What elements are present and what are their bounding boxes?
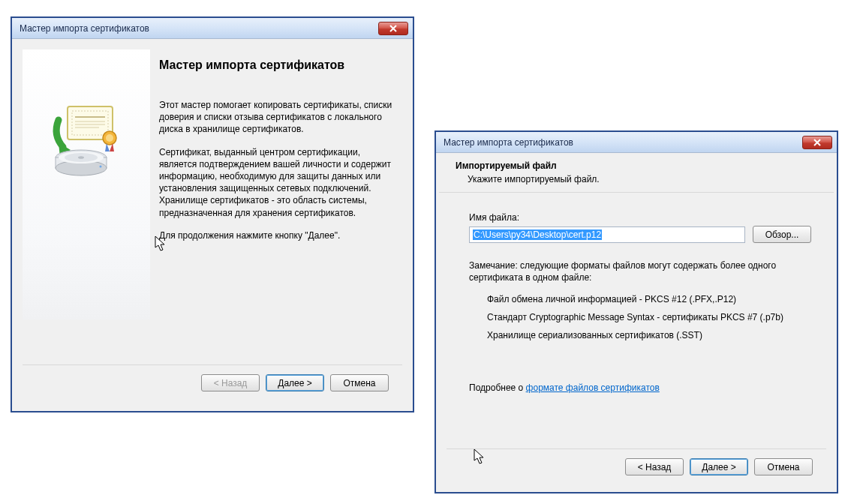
formats-link[interactable]: формате файлов сертификатов xyxy=(526,382,660,393)
certificate-import-icon xyxy=(45,102,128,177)
format-p7b: Стандарт Cryptographic Message Syntax - … xyxy=(487,312,811,322)
step-sub: Укажите импортируемый файл. xyxy=(468,174,817,184)
more-info-prefix: Подробнее о xyxy=(469,382,526,393)
titlebar[interactable]: Мастер импорта сертификатов xyxy=(12,18,413,39)
close-icon xyxy=(813,139,822,146)
browse-button[interactable]: Обзор... xyxy=(753,226,811,243)
wizard-paragraph-1: Этот мастер помогает копировать сертифик… xyxy=(159,99,395,136)
step-heading: Импортируемый файл xyxy=(456,160,817,171)
dialog-body: Импортируемый файл Укажите импортируемый… xyxy=(436,153,837,492)
wizard-sidebar-image xyxy=(23,50,150,320)
formats-note: Замечание: следующие форматы файлов могу… xyxy=(469,260,811,284)
next-button[interactable]: Далее > xyxy=(690,458,748,476)
close-icon xyxy=(389,25,398,32)
file-path-input[interactable]: C:\Users\py34\Desktop\cert.p12 xyxy=(469,226,745,243)
wizard-heading: Мастер импорта сертификатов xyxy=(159,58,395,72)
svg-point-7 xyxy=(106,134,113,142)
wizard-file-dialog: Мастер импорта сертификатов Импортируемы… xyxy=(435,130,838,494)
titlebar[interactable]: Мастер импорта сертификатов xyxy=(436,132,837,153)
close-button[interactable] xyxy=(378,22,408,35)
next-button[interactable]: Далее > xyxy=(266,374,324,392)
wizard-paragraph-2: Сертификат, выданный центром сертификаци… xyxy=(159,146,395,219)
wizard-welcome-dialog: Мастер импорта сертификатов xyxy=(11,16,414,412)
wizard-paragraph-3: Для продолжения нажмите кнопку "Далее". xyxy=(159,230,395,242)
file-label: Имя файла: xyxy=(469,212,811,223)
dialog-body: Мастер импорта сертификатов Этот мастер … xyxy=(12,39,413,411)
svg-point-13 xyxy=(78,156,84,159)
back-button[interactable]: < Назад xyxy=(625,458,684,476)
cancel-button[interactable]: Отмена xyxy=(330,374,389,392)
format-sst: Хранилище сериализованных сертификатов (… xyxy=(487,330,811,340)
svg-point-14 xyxy=(100,166,102,168)
back-button: < Назад xyxy=(201,374,260,392)
cancel-button[interactable]: Отмена xyxy=(754,458,813,476)
file-path-value: C:\Users\py34\Desktop\cert.p12 xyxy=(473,230,602,240)
window-title: Мастер импорта сертификатов xyxy=(444,137,802,148)
more-info-row: Подробнее о формате файлов сертификатов xyxy=(469,382,811,393)
window-title: Мастер импорта сертификатов xyxy=(20,23,378,34)
wizard-content: Мастер импорта сертификатов Этот мастер … xyxy=(155,50,395,320)
format-pfx: Файл обмена личной информацией - PKCS #1… xyxy=(487,294,811,304)
close-button[interactable] xyxy=(802,136,832,149)
